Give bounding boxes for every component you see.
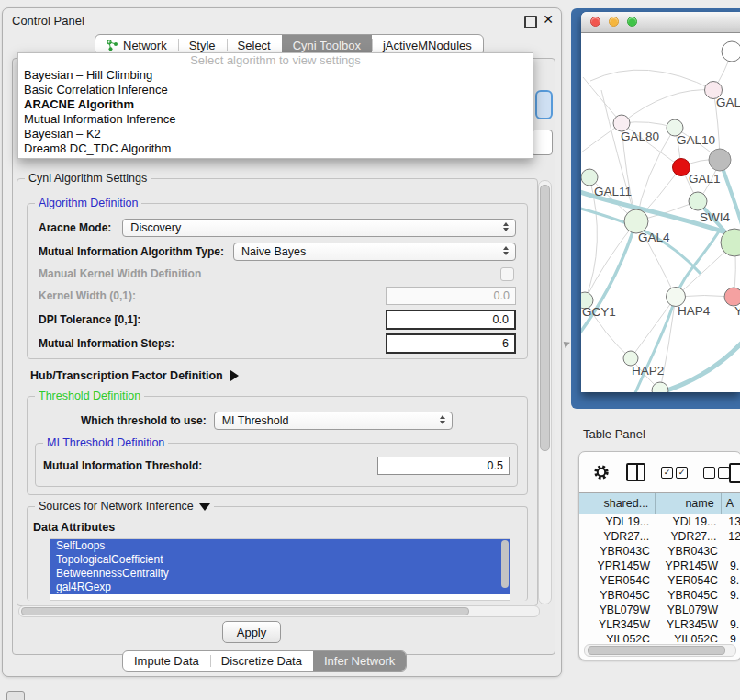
sources-group: Sources for Network Inference Data Attri… <box>27 506 528 601</box>
gear-icon[interactable] <box>592 463 611 481</box>
network-icon <box>107 40 118 51</box>
table-rows: YDL19...YDL19...13YDR27...YDR27...12YBR0… <box>579 514 740 642</box>
table-cell: YBR043C <box>579 545 658 558</box>
aracne-mode-select[interactable]: Discovery <box>122 219 516 237</box>
export-table-icon[interactable] <box>729 463 740 483</box>
table-cell: YER054C <box>658 574 726 587</box>
network-edge[interactable] <box>631 297 676 358</box>
mi-type-value: Naive Bayes <box>241 245 306 258</box>
table-cell: 8. <box>726 574 740 587</box>
table-cell: YLR345W <box>579 618 658 631</box>
algorithm-option-bayesian-k2[interactable]: Bayesian – K2 <box>18 127 533 141</box>
show-columns-icon[interactable] <box>626 463 645 481</box>
network-edge[interactable] <box>590 70 713 90</box>
column-header[interactable]: shared... <box>579 493 656 514</box>
node-label: GAL8 <box>716 96 740 109</box>
algorithm-option-mutual-information-inference[interactable]: Mutual Information Inference <box>18 112 533 127</box>
data-attribute-item[interactable]: TopologicalCoefficient <box>50 553 510 567</box>
close-traffic-light-icon[interactable] <box>590 17 600 27</box>
network-node[interactable] <box>673 159 690 176</box>
data-attribute-item[interactable]: SelfLoops <box>50 539 510 553</box>
table-horizontal-scrollbar[interactable] <box>584 644 736 657</box>
mi-steps-input[interactable] <box>386 333 516 354</box>
data-attribute-item[interactable]: BetweennessCentrality <box>50 567 510 581</box>
table-row[interactable]: YBR045CYBR045C9. <box>579 588 740 603</box>
collapse-down-icon <box>199 503 210 511</box>
settings-vertical-scrollbar[interactable] <box>538 180 552 604</box>
hub-definition-toggle[interactable]: Hub/Transcription Factor Definition <box>30 367 239 383</box>
column-header[interactable]: name <box>656 493 722 514</box>
network-edge[interactable] <box>585 221 636 300</box>
deselect-all-columns-icon[interactable] <box>703 467 730 479</box>
mi-type-label: Mutual Information Algorithm Type: <box>39 245 224 258</box>
table-panel-window: ✓✓ shared...nameA YDL19...YDL19...13YDR2… <box>578 451 740 660</box>
table-cell: YDL19... <box>657 515 724 528</box>
table-cell: YBR043C <box>658 545 726 558</box>
kernel-width-input[interactable] <box>386 287 516 305</box>
network-edge[interactable] <box>581 221 636 336</box>
network-canvas[interactable]: GAL8GAL80GAL10GAL1GAL11SWI4GAL4HAP4YGCY1… <box>581 33 740 392</box>
tab-label: jActiveMNodules <box>383 39 472 52</box>
tab-label: Cyni Toolbox <box>293 39 361 52</box>
algorithm-option-dream8-dc-tdc-algorithm[interactable]: Dream8 DC_TDC Algorithm <box>18 141 533 156</box>
list-scrollbar-thumb[interactable] <box>501 540 509 588</box>
dpi-tolerance-label: DPI Tolerance [0,1]: <box>39 313 140 326</box>
manual-kernel-checkbox[interactable] <box>500 267 514 281</box>
table-row[interactable]: YPR145WYPR145W9. <box>579 559 740 573</box>
data-attributes-list[interactable]: SelfLoopsTopologicalCoefficientBetweenne… <box>50 538 510 601</box>
algorithm-option-basic-correlation-inference[interactable]: Basic Correlation Inference <box>18 83 533 97</box>
network-node[interactable] <box>724 288 740 306</box>
network-node[interactable] <box>581 169 598 186</box>
network-node[interactable] <box>722 41 740 62</box>
network-edge[interactable] <box>622 90 713 123</box>
data-attributes-label: Data Attributes <box>33 521 115 534</box>
panel-divider-arrow-icon[interactable] <box>561 339 570 348</box>
mi-type-select[interactable]: Naive Bayes <box>233 243 516 261</box>
column-header[interactable]: A <box>722 493 740 514</box>
tab-infer-network[interactable]: Infer Network <box>313 651 406 671</box>
table-header-row: shared...nameA <box>579 492 740 514</box>
table-row[interactable]: YBR043CYBR043C <box>579 544 740 559</box>
mi-threshold-label: Mutual Information Threshold: <box>43 459 202 472</box>
network-node[interactable] <box>652 382 668 392</box>
apply-button[interactable]: Apply <box>222 621 281 643</box>
table-toolbar: ✓✓ <box>579 452 740 492</box>
which-threshold-select[interactable]: MI Threshold <box>214 412 453 430</box>
algorithm-definition-group: Algorithm Definition Aracne Mode: Discov… <box>27 203 528 359</box>
network-edge[interactable] <box>583 77 622 123</box>
table-row[interactable]: YDR27...YDR27...12 <box>579 529 740 544</box>
table-row[interactable]: YER054CYER054C8. <box>579 573 740 588</box>
select-all-columns-icon[interactable]: ✓✓ <box>661 467 688 479</box>
which-threshold-value: MI Threshold <box>222 414 289 427</box>
table-row[interactable]: YIL052CYIL052C9 <box>579 632 740 642</box>
minimize-traffic-light-icon[interactable] <box>609 17 619 27</box>
tab-impute-data[interactable]: Impute Data <box>123 651 210 671</box>
settings-horizontal-scrollbar[interactable] <box>18 605 540 617</box>
data-attribute-item[interactable]: gal4RGexp <box>50 581 510 594</box>
network-edge[interactable] <box>676 231 719 297</box>
tab-label: Discretize Data <box>221 654 302 668</box>
zoom-traffic-light-icon[interactable] <box>627 17 637 27</box>
network-node[interactable] <box>689 192 707 210</box>
table-cell: YIL052C <box>579 633 658 642</box>
collapsed-panel-icon[interactable] <box>6 691 25 700</box>
algorithm-option-bayesian-hill-climbing[interactable]: Bayesian – Hill Climbing <box>18 68 533 83</box>
scrollbar-thumb[interactable] <box>588 646 725 655</box>
cyni-algorithm-settings-group: Cyni Algorithm Settings Algorithm Defini… <box>17 178 538 606</box>
table-row[interactable]: YLR345WYLR345W9. <box>579 617 740 632</box>
float-window-icon[interactable] <box>524 16 537 28</box>
mi-threshold-input[interactable] <box>377 457 510 475</box>
network-node[interactable] <box>709 149 731 171</box>
scrollbar-thumb[interactable] <box>21 607 469 615</box>
scrollbar-thumb[interactable] <box>540 185 550 451</box>
tab-discretize-data[interactable]: Discretize Data <box>210 651 313 671</box>
table-cell: 9. <box>726 589 740 602</box>
network-window-titlebar[interactable] <box>581 12 740 33</box>
group-title: Threshold Definition <box>35 390 144 402</box>
table-row[interactable]: YBL079WYBL079W <box>579 603 740 617</box>
dpi-tolerance-input[interactable] <box>386 310 516 330</box>
table-row[interactable]: YDL19...YDL19...13 <box>579 514 740 529</box>
algorithm-option-aracne-algorithm[interactable]: ARACNE Algorithm <box>18 97 533 112</box>
hub-definition-label: Hub/Transcription Factor Definition <box>30 369 223 382</box>
close-icon[interactable]: ✕ <box>543 12 554 27</box>
